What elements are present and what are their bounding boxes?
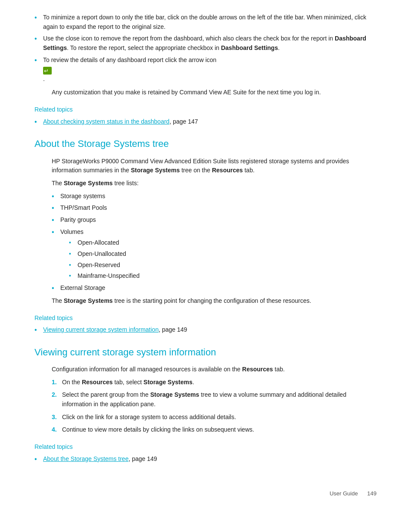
volumes-sub-list: Open-Allocated Open-Unallocated Open-Res… bbox=[69, 238, 377, 281]
related-topic-link-1[interactable]: About checking system status in the dash… bbox=[43, 118, 169, 125]
storage-bullet-volumes: Volumes Open-Allocated Open-Unallocated … bbox=[52, 227, 377, 281]
bullet-item-close: Use the close icon to remove the report … bbox=[34, 34, 377, 53]
storage-bullet-external: External Storage bbox=[52, 283, 377, 293]
related-topics-heading-3: Related topics bbox=[34, 442, 377, 452]
related-topics-list-3: About the Storage Systems tree, page 149 bbox=[34, 454, 377, 464]
viewing-para1: Configuration information for all manage… bbox=[52, 365, 377, 374]
footer-page-number: 149 bbox=[367, 490, 377, 497]
sub-bullet-open-reserved: Open-Reserved bbox=[69, 261, 377, 270]
sub-bullet-open-unallocated: Open-Unallocated bbox=[69, 249, 377, 259]
storage-bullet-thp: THP/Smart Pools bbox=[52, 203, 377, 213]
storage-tree-closing: The Storage Systems tree is the starting… bbox=[52, 296, 377, 306]
viewing-heading: Viewing current storage system informati… bbox=[34, 345, 377, 360]
storage-bullet-parity: Parity groups bbox=[52, 215, 377, 225]
bullet-item-minimize: To minimize a report down to only the ti… bbox=[34, 13, 377, 31]
viewing-steps-list: On the Resources tab, select Storage Sys… bbox=[52, 378, 377, 435]
related-topic-link-2[interactable]: Viewing current storage system informati… bbox=[43, 326, 159, 333]
related-topics-heading-2: Related topics bbox=[34, 314, 377, 323]
storage-bullet-storage-systems: Storage systems bbox=[52, 192, 377, 201]
storage-tree-para2: The Storage Systems tree lists: bbox=[52, 179, 377, 188]
related-topic-item-2: Viewing current storage system informati… bbox=[34, 325, 377, 335]
arrow-icon bbox=[43, 67, 52, 75]
viewing-step-3: Click on the link for a storage system t… bbox=[52, 413, 377, 422]
related-topic-item-1: About checking system status in the dash… bbox=[34, 117, 377, 127]
sub-bullet-open-allocated: Open-Allocated bbox=[69, 238, 377, 248]
storage-tree-para1: HP StorageWorks P9000 Command View Advan… bbox=[52, 157, 377, 175]
related-topic-item-3: About the Storage Systems tree, page 149 bbox=[34, 454, 377, 464]
sub-bullet-mainframe: Mainframe-Unspecified bbox=[69, 271, 377, 281]
icon-period: . bbox=[43, 75, 45, 82]
intro-para: Any customization that you make is retai… bbox=[52, 88, 377, 97]
intro-bullet-list: To minimize a report down to only the ti… bbox=[34, 13, 377, 84]
intro-section: To minimize a report down to only the ti… bbox=[34, 13, 377, 126]
footer: User Guide 149 bbox=[34, 489, 377, 498]
viewing-step-1: On the Resources tab, select Storage Sys… bbox=[52, 378, 377, 387]
viewing-step-2: Select the parent group from the Storage… bbox=[52, 390, 377, 409]
storage-tree-heading: About the Storage Systems tree bbox=[34, 137, 377, 151]
viewing-step-4: Continue to view more details by clickin… bbox=[52, 425, 377, 435]
related-topics-list-1: About checking system status in the dash… bbox=[34, 117, 377, 127]
related-topic-link-3[interactable]: About the Storage Systems tree bbox=[43, 455, 128, 462]
related-topics-list-2: Viewing current storage system informati… bbox=[34, 325, 377, 335]
storage-tree-bullet-list: Storage systems THP/Smart Pools Parity g… bbox=[34, 192, 377, 293]
related-topics-heading-1: Related topics bbox=[34, 105, 377, 115]
footer-label: User Guide bbox=[330, 490, 358, 497]
bullet-item-arrow: To review the details of any dashboard r… bbox=[34, 56, 377, 84]
